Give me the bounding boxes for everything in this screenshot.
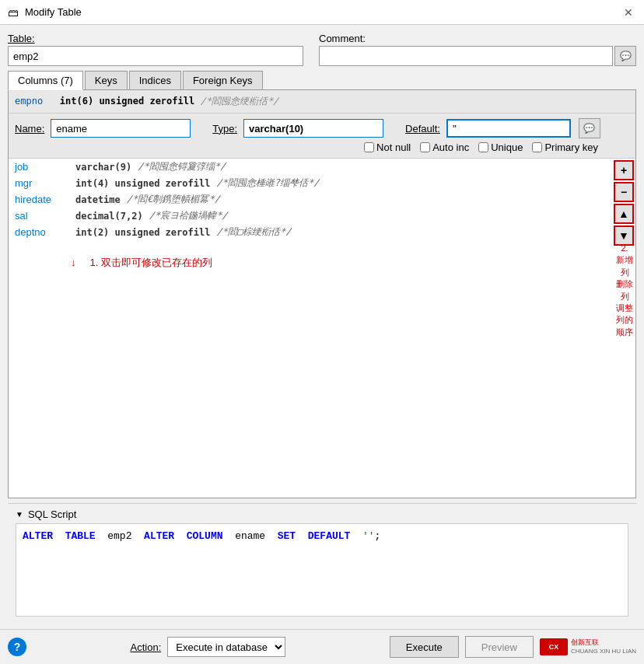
columns-scroll: job varchar(9) /*閻囤悆锝夐弴缁*/ mgr int(4) un… [9,159,635,498]
current-column-text: empno int(6) unsigned zerofill /*閻囤悆绠椼佸*… [15,96,278,107]
sql-header[interactable]: ▼ SQL Script [16,508,628,520]
sql-header-label: SQL Script [28,508,76,520]
unique-checkbox-group: Unique [478,142,523,153]
brand-logo-graphic: CX [540,638,568,655]
table-label: Table: [8,33,303,44]
preview-button[interactable]: Preview [465,636,534,658]
not-null-checkbox[interactable] [364,142,374,152]
action-select[interactable]: Execute in database Save to file Copy to… [167,637,285,657]
primary-key-checkbox-group: Primary key [532,142,598,153]
auto-inc-checkbox-group: Auto inc [420,142,469,153]
sql-column-name: ename [235,530,265,542]
type-label: Type: [212,123,237,135]
add-column-button[interactable]: + [614,160,634,180]
checkboxes-row: Not null Auto inc Unique Primary ke [15,142,629,153]
comment-label: Comment: [319,33,636,44]
window-title: Modify Table [25,6,82,18]
table-input[interactable] [8,46,303,66]
annotation-area: ↓ 1. 双击即可修改已存在的列 [9,256,607,270]
auto-inc-checkbox[interactable] [420,142,430,152]
sql-keyword-default: DEFAULT [308,530,351,542]
editor-inputs-row: Name: Type: Default: 💬 [15,118,629,138]
action-label: Action: [131,641,162,653]
default-comment-button[interactable]: 💬 [579,118,600,138]
table-row[interactable]: sal decimal(7,2) /*宸ヨ祫鍦堝幃*/ [9,208,607,224]
tab-indices[interactable]: Indices [129,71,181,89]
unique-checkbox[interactable] [478,142,488,152]
not-null-label: Not null [376,142,411,153]
table-comment-row: Table: Comment: 💬 [8,33,636,66]
brand-text: 创新互联 CHUANG XIN HU LIAN [571,638,636,655]
sql-keyword-column: COLUMN [187,530,223,542]
execute-button[interactable]: Execute [390,636,459,658]
default-field[interactable] [446,119,571,138]
primary-key-checkbox[interactable] [532,142,542,152]
tabs-container: Columns (7) Keys Indices Foreign Keys em… [8,71,636,498]
side-buttons-panel: + − ▲ ▼ 2. 新增列 删除列 调整列的顺序 [612,159,635,247]
app-icon: 🗃 [8,6,20,19]
name-label: Name: [15,123,44,135]
move-up-button[interactable]: ▲ [614,204,634,224]
action-row: Action: Execute in database Save to file… [131,637,286,657]
sql-table-name: emp2 [107,530,131,542]
brand-box: CX [540,638,568,655]
editor-area: Name: Type: Default: 💬 Not null [9,114,635,159]
name-field[interactable] [51,119,191,138]
sql-keyword-table: TABLE [65,530,96,542]
sql-keyword-set: SET [278,530,296,542]
auto-inc-label: Auto inc [432,142,469,153]
type-field[interactable] [243,119,383,138]
comment-button[interactable]: 💬 [614,46,636,66]
tab-content: empno int(6) unsigned zerofill /*閻囤悆绠椼佸*… [8,90,636,498]
bottom-bar: ? Action: Execute in database Save to fi… [0,629,644,664]
default-label: Default: [405,123,440,135]
sql-section: ▼ SQL Script ALTER TABLE emp2 ALTER COLU… [8,503,636,621]
unique-label: Unique [491,142,523,153]
comment-field-group: Comment: 💬 [319,33,636,66]
not-null-checkbox-group: Not null [364,142,411,153]
tabs-row: Columns (7) Keys Indices Foreign Keys [8,71,636,90]
sql-content-box: ALTER TABLE emp2 ALTER COLUMN ename SET … [16,523,628,617]
sql-default-value: '' [362,530,375,542]
sql-keyword-alter2: ALTER [144,530,174,542]
table-row[interactable]: hiredate datetime /*閻€剸鎸堕幊楣冪*/ [9,191,607,208]
title-bar: 🗃 Modify Table ✕ [0,0,644,25]
comment-input-row: 💬 [319,46,636,66]
table-field-group: Table: [8,33,303,66]
close-button[interactable]: ✕ [621,5,636,20]
window: 🗃 Modify Table ✕ Table: Comment: 💬 Colu [0,0,644,664]
brand-logo: CX 创新互联 CHUANG XIN HU LIAN [540,638,636,655]
primary-key-label: Primary key [544,142,598,153]
bottom-left: ? [8,638,26,656]
comment-input[interactable] [319,46,613,66]
column-header-bar: empno int(6) unsigned zerofill /*閻囤悆绠椼佸*… [9,90,635,114]
annotation-text-1: ↓ 1. 双击即可修改已存在的列 [71,256,607,270]
table-row[interactable]: deptno int(2) unsigned zerofill /*閻□棕绠椼佸… [9,224,607,240]
remove-column-button[interactable]: − [614,182,634,202]
tab-keys[interactable]: Keys [85,71,128,89]
tab-foreign-keys[interactable]: Foreign Keys [183,71,263,89]
sql-semicolon: ; [375,530,381,542]
title-bar-left: 🗃 Modify Table [8,6,82,19]
columns-area: job varchar(9) /*閻囤悆锝夐弴缁*/ mgr int(4) un… [9,159,635,498]
sql-triangle-icon: ▼ [16,510,23,519]
table-row[interactable]: mgr int(4) unsigned zerofill /*閻囤悆棰嶉?缁梺佸… [9,175,607,191]
buttons-row: Execute Preview CX 创新互联 CHUANG XIN HU LI… [390,636,636,658]
help-button[interactable]: ? [8,638,26,656]
side-annotation: 2. 新增列 删除列 调整列的顺序 [612,243,635,338]
table-row[interactable]: job varchar(9) /*閻囤悆锝夐弴缁*/ [9,159,607,175]
main-content: Table: Comment: 💬 Columns (7) Keys Indic… [0,25,644,629]
sql-keyword-alter1: ALTER [23,530,53,542]
tab-columns[interactable]: Columns (7) [8,71,83,90]
